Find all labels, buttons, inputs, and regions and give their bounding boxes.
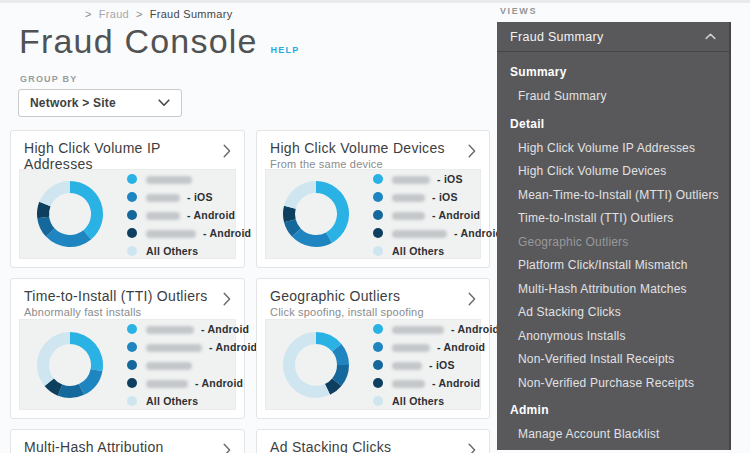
window-top-edge: [0, 0, 750, 3]
views-item-non-verified-install-receipts[interactable]: Non-Verified Install Receipts: [497, 348, 729, 372]
breadcrumb-separator: >: [136, 8, 143, 20]
card-subtitle: Click spoofing, install spoofing: [270, 306, 459, 318]
views-item-multi-hash-attribution-matches[interactable]: Multi-Hash Attribution Matches: [497, 278, 729, 302]
donut-chart: [280, 178, 352, 250]
redacted-text: [146, 230, 196, 238]
views-panel: Fraud Summary SummaryFraud SummaryDetail…: [497, 22, 731, 450]
redacted-text: [392, 176, 430, 184]
donut-chart: [34, 178, 106, 250]
legend-dot: [373, 342, 383, 352]
card-header: High Click Volume DevicesFrom the same d…: [257, 131, 489, 170]
redacted-text: [392, 230, 447, 238]
legend-item: - iOS: [373, 170, 502, 188]
views-item-fraud-summary[interactable]: Fraud Summary: [497, 85, 729, 109]
views-item-platform-click-install-mismatch[interactable]: Platform Click/Install Mismatch: [497, 254, 729, 278]
chevron-right-icon[interactable]: [223, 443, 231, 453]
legend-label: All Others: [146, 395, 198, 407]
legend-label: - iOS: [392, 359, 455, 371]
legend-dot: [373, 228, 383, 238]
views-section-summary: Summary: [497, 60, 729, 85]
legend-dot: [127, 192, 137, 202]
legend-item: All Others: [127, 392, 257, 410]
legend-item: All Others: [373, 242, 502, 260]
chevron-right-icon[interactable]: [223, 292, 231, 306]
redacted-text: [146, 176, 192, 184]
legend-label: - Android: [392, 227, 502, 239]
legend-dot: [127, 246, 137, 256]
title-row: Fraud ConsoleHELP: [19, 22, 299, 61]
legend-label: All Others: [392, 245, 444, 257]
card-title: High Click Volume Devices: [270, 140, 459, 156]
donut-chart-area: - Android - Android - iOS - AndroidAll O…: [265, 319, 481, 410]
views-section-detail: Detail: [497, 112, 729, 137]
legend-label: - Android: [146, 323, 249, 335]
legend-item: - iOS: [373, 356, 499, 374]
views-item-ad-stacking-clicks[interactable]: Ad Stacking Clicks: [497, 301, 729, 325]
views-item-mean-time-to-install-mtti-outliers[interactable]: Mean-Time-to-Install (MTTI) Outliers: [497, 184, 729, 208]
legend-item: - Android: [373, 224, 502, 242]
chevron-up-icon: [705, 33, 716, 40]
legend-dot: [127, 210, 137, 220]
card-header: Geographic OutliersClick spoofing, insta…: [257, 279, 489, 318]
donut-chart: [280, 329, 352, 401]
redacted-text: [146, 380, 188, 388]
redacted-text: [392, 326, 444, 334]
breadcrumb-link-fraud[interactable]: Fraud: [99, 8, 129, 20]
views-item-anonymous-installs[interactable]: Anonymous Installs: [497, 325, 729, 349]
legend-item: - iOS: [127, 188, 251, 206]
group-by-select[interactable]: Network > Site: [18, 89, 182, 117]
redacted-text: [146, 326, 194, 334]
legend: - Android - Android - iOS - AndroidAll O…: [373, 319, 499, 410]
legend-dot: [127, 228, 137, 238]
card-high-click-volume-ip-addresses: High Click Volume IP AddressesFrom the s…: [10, 130, 245, 268]
legend-item: - iOS: [373, 188, 502, 206]
legend-dot: [373, 246, 383, 256]
views-item-non-verified-purchase-receipts[interactable]: Non-Verified Purchase Receipts: [497, 372, 729, 396]
legend-label: - Android: [146, 209, 235, 221]
card-title: Multi-Hash Attribution Matches: [24, 439, 214, 453]
chevron-right-icon[interactable]: [468, 292, 476, 306]
legend-dot: [373, 324, 383, 334]
fraud-console-screen: >Fraud>Fraud Summary Fraud ConsoleHELP G…: [0, 0, 750, 453]
views-item-time-to-install-tti-outliers[interactable]: Time-to-Install (TTI) Outliers: [497, 207, 729, 231]
views-panel-body: SummaryFraud SummaryDetailHigh Click Vol…: [497, 52, 729, 447]
legend-label: - Android: [146, 377, 243, 389]
views-item-high-click-volume-ip-addresses[interactable]: High Click Volume IP Addresses: [497, 137, 729, 161]
views-item-manage-account-blacklist[interactable]: Manage Account Blacklist: [497, 423, 729, 447]
legend-dot: [373, 192, 383, 202]
legend-dot: [127, 342, 137, 352]
legend-item: - Android: [127, 224, 251, 242]
legend: - iOS - iOS - Android - AndroidAll Other…: [373, 169, 502, 260]
legend-label: - Android: [392, 377, 480, 389]
legend-dot: [127, 324, 137, 334]
views-selector[interactable]: Fraud Summary: [497, 22, 729, 52]
legend-label: [146, 173, 196, 185]
legend-label: - iOS: [392, 173, 463, 185]
legend-label: - Android: [146, 227, 251, 239]
donut-chart-area: - iOS - iOS - Android - AndroidAll Other…: [265, 169, 481, 259]
help-link[interactable]: HELP: [271, 45, 300, 55]
chevron-right-icon[interactable]: [468, 443, 476, 453]
legend-dot: [373, 210, 383, 220]
legend-dot: [373, 174, 383, 184]
legend-item: - Android: [127, 374, 257, 392]
views-item-high-click-volume-devices[interactable]: High Click Volume Devices: [497, 160, 729, 184]
redacted-text: [146, 194, 180, 202]
card-title: Geographic Outliers: [270, 288, 459, 304]
chevron-right-icon[interactable]: [223, 144, 231, 158]
breadcrumb-separator: >: [85, 8, 92, 20]
legend-label: [146, 359, 196, 371]
card-title: Time-to-Install (TTI) Outliers: [24, 288, 214, 304]
chevron-right-icon[interactable]: [468, 144, 476, 158]
legend-item: - Android: [373, 374, 499, 392]
legend-dot: [127, 360, 137, 370]
legend-label: All Others: [146, 245, 198, 257]
card-title: High Click Volume IP Addresses: [24, 140, 214, 172]
legend-item: - Android: [373, 320, 499, 338]
breadcrumb-current: Fraud Summary: [150, 8, 233, 20]
legend-dot: [373, 396, 383, 406]
legend-label: - iOS: [146, 191, 213, 203]
legend-item: [127, 356, 257, 374]
redacted-text: [146, 362, 192, 370]
card-geographic-outliers: Geographic OutliersClick spoofing, insta…: [256, 278, 490, 419]
